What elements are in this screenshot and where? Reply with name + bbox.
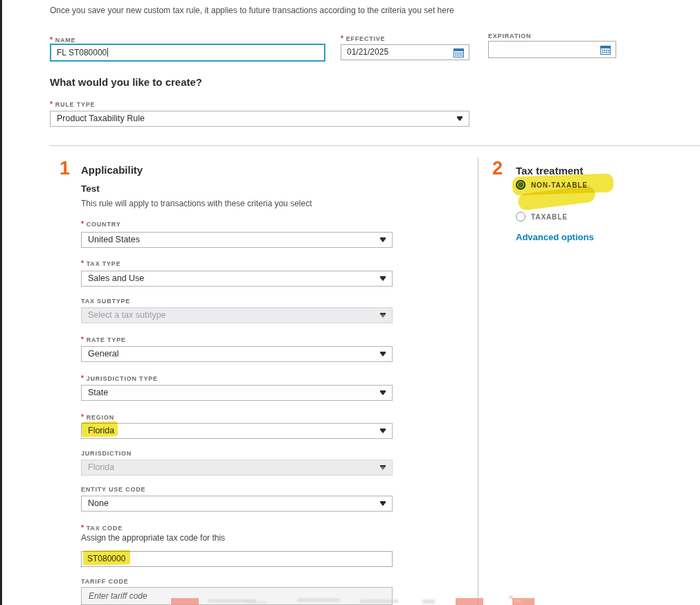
radio-unselected-icon[interactable] [516,212,526,222]
rate-type-label-text: RATE TYPE [87,336,126,343]
applicability-subtitle: Test [81,183,100,194]
required-asterisk: * [50,36,53,44]
tariff-code-placeholder: Enter tariff code [89,591,147,601]
jurisdiction-type-value: State [88,388,108,397]
radio-selected-icon[interactable] [516,180,526,190]
jurisdiction-select: Florida [81,460,393,476]
chevron-down-icon [457,118,463,121]
jurisdiction-type-label-text: JURISDICTION TYPE [87,375,158,382]
country-value: United States [88,235,140,244]
required-asterisk: * [81,220,84,228]
effective-label-text: EFFECTIVE [346,35,386,42]
required-asterisk: * [341,35,344,42]
advanced-options-link[interactable]: Advanced options [516,232,594,242]
required-asterisk: * [81,524,84,532]
region-value: Florida [88,426,114,435]
tax-treatment-title: Tax treatment [516,165,583,177]
redacted-block [512,598,535,605]
chevron-down-icon [380,503,386,506]
jurisdiction-type-label: *JURISDICTION TYPE [81,374,158,382]
jurisdiction-label: JURISDICTION [81,450,132,457]
jurisdiction-label-text: JURISDICTION [81,450,132,457]
tax-subtype-select: Select a tax subtype [81,307,393,323]
custom-tax-rule-form: Once you save your new custom tax rule, … [0,0,700,605]
redacted-block [456,598,483,605]
intro-text: Once you save your new custom tax rule, … [50,6,454,15]
entity-use-code-select[interactable]: None [81,496,393,512]
applicability-description: This rule will apply to transactions wit… [81,199,312,208]
jurisdiction-value: Florida [88,462,114,472]
rate-type-value: General [88,349,118,359]
background-smudge [422,599,435,604]
name-label-text: NAME [55,37,76,44]
tariff-code-label-text: TARIFF CODE [81,578,129,585]
chevron-down-icon [380,353,386,356]
entity-use-code-label-text: ENTITY USE CODE [81,486,145,493]
window-left-edge [0,0,2,605]
column-divider [478,158,478,605]
chevron-down-icon [380,314,386,318]
entity-use-code-label: ENTITY USE CODE [81,486,145,493]
rule-type-select[interactable]: Product Taxability Rule [50,111,469,127]
step-1-number: 1 [60,158,70,179]
required-asterisk: * [81,260,84,267]
chevron-down-icon [380,278,386,281]
tax-type-label-text: TAX TYPE [87,260,121,267]
required-asterisk: * [81,374,84,382]
chevron-down-icon [380,392,386,395]
region-label-text: REGION [87,414,114,421]
country-label: *COUNTRY [81,220,120,228]
rule-type-value: Product Taxability Rule [57,114,145,123]
tax-code-input[interactable]: ST080000 [81,551,393,567]
taxable-label: TAXABLE [531,213,568,221]
calendar-icon[interactable] [600,45,611,55]
tax-code-label-text: TAX CODE [87,525,123,532]
section-divider [50,145,700,146]
taxable-option[interactable]: TAXABLE [516,212,568,222]
tax-code-value: ST080000 [87,554,125,563]
text-cursor [107,48,108,57]
step-2-number: 2 [492,158,503,179]
non-taxable-label: NON-TAXABLE [531,181,588,189]
region-select[interactable]: Florida [81,423,393,439]
chevron-down-icon [380,239,386,242]
expiration-date-input[interactable] [488,41,616,58]
tax-subtype-label-text: TAX SUBTYPE [81,298,130,305]
name-value: FL ST080000 [57,48,107,57]
tariff-code-input[interactable]: Enter tariff code [81,587,393,605]
name-input[interactable]: FL ST080000 [50,44,325,62]
rule-type-label: *RULE TYPE [50,100,95,108]
tariff-code-label: TARIFF CODE [81,578,129,585]
background-smudge [510,596,512,599]
calendar-icon[interactable] [454,48,464,57]
rule-type-label-text: RULE TYPE [55,101,96,108]
tax-type-select[interactable]: Sales and Use [81,271,393,287]
tax-code-description: Assign the appropriate tax code for this [81,533,225,543]
required-asterisk: * [50,100,53,108]
required-asterisk: * [81,413,84,421]
required-asterisk: * [81,336,84,343]
jurisdiction-type-select[interactable]: State [81,385,393,401]
rate-type-label: *RATE TYPE [81,336,126,343]
name-label: *NAME [50,36,75,44]
tax-type-label: *TAX TYPE [81,260,120,267]
tax-code-label: *TAX CODE [81,524,123,532]
expiration-label-text: EXPIRATION [488,33,531,39]
create-heading: What would you like to create? [50,76,202,88]
non-taxable-option[interactable]: NON-TAXABLE [516,180,588,190]
applicability-title: Applicability [81,164,143,176]
background-smudge [515,599,522,602]
country-select[interactable]: United States [81,232,393,248]
expiration-label: EXPIRATION [488,33,531,39]
rate-type-select[interactable]: General [81,346,393,362]
entity-use-code-value: None [88,498,109,508]
country-label-text: COUNTRY [87,221,121,228]
chevron-down-icon [380,430,386,433]
chevron-down-icon [380,467,386,470]
tax-type-value: Sales and Use [88,273,144,283]
tax-subtype-placeholder: Select a tax subtype [88,310,166,320]
effective-value: 01/21/2025 [347,47,388,57]
tax-subtype-label: TAX SUBTYPE [81,298,130,305]
region-label: *REGION [81,413,114,421]
effective-date-input[interactable]: 01/21/2025 [341,44,469,60]
